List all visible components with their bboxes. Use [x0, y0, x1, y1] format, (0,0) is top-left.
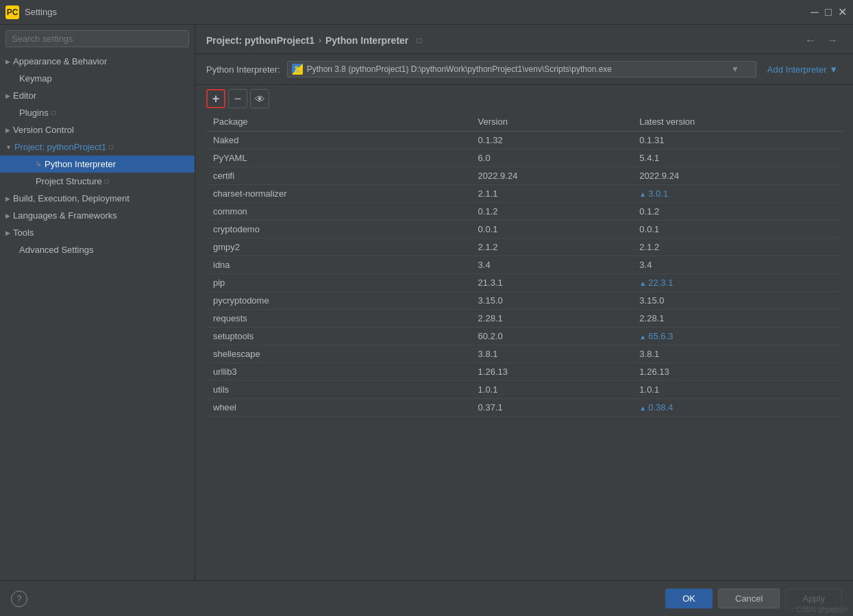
package-latest-version: 0.1.2	[632, 203, 842, 221]
sidebar-item-languages[interactable]: ▶Languages & Frameworks	[0, 207, 195, 224]
table-row[interactable]: urllib31.26.131.26.13	[206, 363, 842, 381]
package-latest-version: 0.0.1	[632, 221, 842, 238]
package-latest-version: ▲22.3.1	[632, 274, 842, 292]
package-table-body: Naked0.1.320.1.31PyYAML6.05.4.1certifi20…	[206, 132, 842, 417]
table-row[interactable]: wheel0.37.1▲0.38.4	[206, 399, 842, 417]
sidebar-item-build[interactable]: ▶Build, Execution, Deployment	[0, 190, 195, 207]
sidebar-item-project[interactable]: ▼Project: pythonProject1□	[0, 138, 195, 156]
package-name: urllib3	[206, 363, 471, 381]
table-row[interactable]: requests2.28.12.28.1	[206, 310, 842, 328]
sidebar-item-appearance[interactable]: ▶Appearance & Behavior	[0, 53, 195, 70]
table-row[interactable]: common0.1.20.1.2	[206, 203, 842, 221]
title-bar: PC Settings ─ □ ✕	[0, 0, 853, 25]
table-row[interactable]: Naked0.1.320.1.31	[206, 132, 842, 149]
package-name: setuptools	[206, 328, 471, 345]
breadcrumb-project: Project: pythonProject1	[206, 35, 314, 46]
add-interpreter-button[interactable]: Add Interpreter ▼	[763, 62, 842, 77]
show-package-details-button[interactable]: 👁	[250, 89, 269, 108]
breadcrumb-page: Python Interpreter	[325, 35, 408, 46]
sidebar-navigation: ▶Appearance & BehaviorKeymap▶EditorPlugi…	[0, 53, 195, 258]
settings-window: PC Settings ─ □ ✕ ▶Appearance & Behavior…	[0, 0, 853, 616]
table-row[interactable]: idna3.43.4	[206, 256, 842, 274]
close-button[interactable]: ✕	[837, 7, 848, 18]
package-name: idna	[206, 256, 471, 274]
package-version: 3.4	[471, 256, 633, 274]
maximize-button[interactable]: □	[823, 7, 834, 18]
package-latest-version: 3.4	[632, 256, 842, 274]
package-table-container: Package Version Latest version Naked0.1.…	[206, 112, 842, 575]
expand-arrow: ▶	[5, 93, 10, 99]
package-latest-version: 1.26.13	[632, 363, 842, 381]
sidebar-item-label: Keymap	[19, 73, 52, 84]
package-name: charset-normalizer	[206, 185, 471, 203]
table-row[interactable]: shellescape3.8.13.8.1	[206, 345, 842, 363]
sidebar-item-tools[interactable]: ▶Tools	[0, 224, 195, 241]
package-name: gmpy2	[206, 238, 471, 256]
sidebar-item-advanced[interactable]: Advanced Settings	[0, 241, 195, 258]
help-button[interactable]: ?	[11, 591, 27, 607]
sidebar-item-plugins[interactable]: Plugins□	[0, 104, 195, 121]
watermark: CSDN @gagbgh	[796, 606, 848, 613]
sidebar-item-python-interpreter[interactable]: ↳Python Interpreter	[0, 156, 195, 173]
window-controls: ─ □ ✕	[809, 7, 848, 18]
main-content: ▶Appearance & BehaviorKeymap▶EditorPlugi…	[0, 25, 853, 580]
package-version: 0.1.32	[471, 132, 633, 149]
sidebar-item-label: Python Interpreter	[45, 159, 116, 169]
table-row[interactable]: pip21.3.1▲22.3.1	[206, 274, 842, 292]
forward-button[interactable]: →	[823, 33, 842, 48]
sidebar-item-project-structure[interactable]: Project Structure□	[0, 173, 195, 190]
package-name: Naked	[206, 132, 471, 149]
interpreter-label: Python Interpreter:	[206, 64, 280, 75]
package-name: pip	[206, 274, 471, 292]
package-version: 3.15.0	[471, 292, 633, 310]
package-version: 2.28.1	[471, 310, 633, 328]
package-version: 0.1.2	[471, 203, 633, 221]
table-row[interactable]: cryptodemo0.0.10.0.1	[206, 221, 842, 238]
sidebar-item-label: Project: pythonProject1	[14, 142, 106, 152]
settings-icon: □	[105, 177, 109, 185]
add-package-button[interactable]: +	[206, 89, 225, 108]
expand-arrow: ▶	[5, 230, 10, 236]
package-latest-version: 3.15.0	[632, 292, 842, 310]
back-button[interactable]: ←	[801, 33, 820, 48]
sidebar-item-editor[interactable]: ▶Editor	[0, 87, 195, 104]
upgrade-icon: ▲	[639, 404, 646, 412]
package-name: pycryptodome	[206, 292, 471, 310]
breadcrumb-separator: ›	[319, 36, 321, 45]
column-version: Version	[471, 112, 633, 132]
dropdown-arrow-icon: ▼	[731, 64, 739, 74]
package-latest-version: 2.1.2	[632, 238, 842, 256]
package-name: requests	[206, 310, 471, 328]
table-row[interactable]: PyYAML6.05.4.1	[206, 149, 842, 167]
settings-icon: □	[51, 109, 55, 116]
main-panel: Project: pythonProject1 › Python Interpr…	[195, 25, 853, 580]
package-version: 1.0.1	[471, 381, 633, 399]
interpreter-select[interactable]: 🐍 Python 3.8 (pythonProject1) D:\pythonW…	[287, 61, 756, 77]
package-latest-version: 2.28.1	[632, 310, 842, 328]
search-input[interactable]	[5, 30, 189, 47]
table-row[interactable]: pycryptodome3.15.03.15.0	[206, 292, 842, 310]
expand-arrow: ▼	[5, 144, 12, 151]
remove-package-button[interactable]: −	[228, 89, 247, 108]
column-latest-version: Latest version	[632, 112, 842, 132]
latest-version-value: 65.6.3	[648, 331, 673, 341]
table-row[interactable]: setuptools60.2.0▲65.6.3	[206, 328, 842, 345]
package-version: 6.0	[471, 149, 633, 167]
expand-arrow: ▶	[5, 58, 10, 65]
minimize-button[interactable]: ─	[809, 7, 820, 18]
table-row[interactable]: utils1.0.11.0.1	[206, 381, 842, 399]
package-name: certifi	[206, 167, 471, 185]
package-latest-version: 3.8.1	[632, 345, 842, 363]
add-interpreter-label: Add Interpreter	[767, 64, 827, 75]
table-row[interactable]: charset-normalizer2.1.1▲3.0.1	[206, 185, 842, 203]
ok-button[interactable]: OK	[665, 589, 713, 608]
package-latest-version: 0.1.31	[632, 132, 842, 149]
window-title: Settings	[25, 7, 809, 17]
package-name: common	[206, 203, 471, 221]
cancel-button[interactable]: Cancel	[718, 589, 780, 608]
table-row[interactable]: gmpy22.1.22.1.2	[206, 238, 842, 256]
add-interpreter-dropdown-icon: ▼	[829, 64, 838, 75]
table-row[interactable]: certifi2022.9.242022.9.24	[206, 167, 842, 185]
sidebar-item-keymap[interactable]: Keymap	[0, 70, 195, 87]
sidebar-item-version-control[interactable]: ▶Version Control	[0, 121, 195, 138]
